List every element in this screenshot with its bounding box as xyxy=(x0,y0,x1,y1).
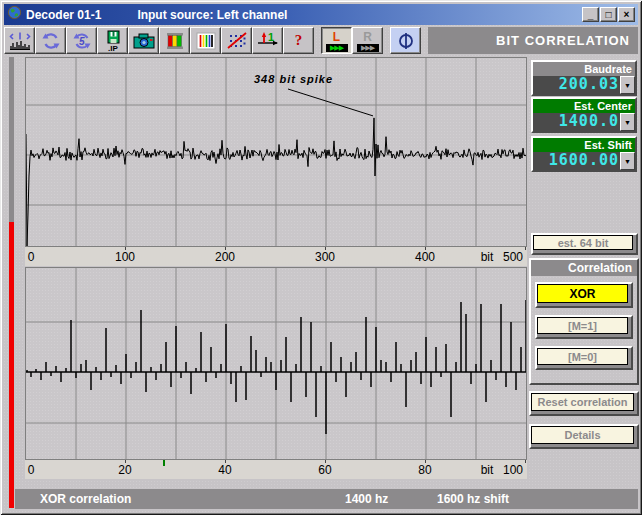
axis-tick-label: 100 xyxy=(115,250,135,264)
axis-tick-label: 20 xyxy=(118,463,131,477)
color-lines-icon xyxy=(196,31,216,51)
m1-button[interactable]: [M=1] xyxy=(535,315,633,339)
spectrum-button[interactable] xyxy=(4,27,35,54)
est-shift-dropdown-button[interactable]: ▼ xyxy=(620,152,635,170)
grid-cross-icon xyxy=(227,31,247,51)
input-source-label: Input source: Left channel xyxy=(137,8,287,22)
phase-button[interactable] xyxy=(390,27,421,54)
save-ip-icon: .IP xyxy=(103,30,123,52)
details-button[interactable]: Details xyxy=(529,424,639,449)
axis-tick-label: 80 xyxy=(418,463,431,477)
correlation-label: Correlation xyxy=(531,260,637,276)
app-globe-icon xyxy=(7,5,22,24)
right-channel-button[interactable]: R ▶▶▶ xyxy=(352,27,383,54)
help-icon: ? xyxy=(295,32,303,49)
close-icon: × xyxy=(624,10,630,20)
axis-tick-label: 200 xyxy=(215,250,235,264)
window-title: Decoder 01-1 xyxy=(26,8,101,22)
svg-text:5: 5 xyxy=(79,36,85,47)
bit-signal-x-axis: 0100200300400500bit xyxy=(25,247,527,266)
refresh-5-button[interactable]: 5 xyxy=(66,27,97,54)
baudrate-value: 200.03 xyxy=(533,76,620,94)
color-bars-icon xyxy=(165,31,185,51)
spike-annotation: 348 bit spike xyxy=(254,73,333,85)
left-channel-icon: L ▶▶▶ xyxy=(326,30,348,52)
axis-tick-mark xyxy=(525,460,526,463)
chevron-down-icon: ▼ xyxy=(624,158,631,165)
m0-button[interactable]: [M=0] xyxy=(535,346,633,370)
correlation-x-axis: 020406080100bit xyxy=(25,460,527,479)
close-button[interactable]: × xyxy=(618,7,635,22)
svg-text:1: 1 xyxy=(268,31,274,43)
status-mode: XOR correlation xyxy=(40,492,131,506)
status-bar: XOR correlation 1400 hz 1600 hz shift xyxy=(15,489,638,509)
axis-unit-label: bit xyxy=(481,250,494,264)
baudrate-group: Baudrate 200.03 ▼ xyxy=(531,60,637,96)
help-button[interactable]: ? xyxy=(283,27,314,54)
est-64bit-button[interactable]: est. 64 bit xyxy=(531,233,638,255)
camera-button[interactable] xyxy=(128,27,159,54)
correlation-group: Correlation XOR [M=1] [M=0] xyxy=(529,258,639,385)
grid-cross-button[interactable] xyxy=(221,27,252,54)
axis-tick-label: 0 xyxy=(28,250,35,264)
axis-unit-label: bit xyxy=(481,463,494,477)
est-center-group: Est. Center 1400.0 ▼ xyxy=(531,97,637,133)
axis-tick-label: 100 xyxy=(503,463,523,477)
axis-tick-label: 400 xyxy=(415,250,435,264)
level-indicator-top xyxy=(9,57,14,222)
sync-marker xyxy=(163,460,165,466)
maximize-icon: □ xyxy=(605,10,611,20)
axis-tick-label: 300 xyxy=(315,250,335,264)
decoder-window: Decoder 01-1 Input source: Left channel … xyxy=(0,0,642,515)
est-center-dropdown-button[interactable]: ▼ xyxy=(620,113,635,131)
bit-signal-chart[interactable]: 348 bit spike xyxy=(25,57,527,247)
status-center-freq: 1400 hz xyxy=(345,492,388,506)
est-shift-label: Est. Shift xyxy=(533,138,635,152)
camera-icon xyxy=(133,32,155,50)
phase-icon xyxy=(396,31,416,51)
refresh-5-icon: 5 xyxy=(72,31,92,51)
left-channel-button[interactable]: L ▶▶▶ xyxy=(321,27,352,54)
axis-tick-label: 40 xyxy=(218,463,231,477)
title-bar[interactable]: Decoder 01-1 Input source: Left channel … xyxy=(4,4,638,25)
chevron-down-icon: ▼ xyxy=(624,119,631,126)
axis-button[interactable]: 1 xyxy=(252,27,283,54)
svg-text:.IP: .IP xyxy=(108,44,118,52)
chevron-down-icon: ▼ xyxy=(624,82,631,89)
save-ip-button[interactable]: .IP xyxy=(97,27,128,54)
view-header-label: BIT CORRELATION xyxy=(496,33,630,48)
reset-correlation-button[interactable]: Reset correlation xyxy=(529,391,639,416)
minimize-button[interactable]: _ xyxy=(582,7,599,22)
est-shift-group: Est. Shift 1600.00 ▼ xyxy=(531,136,637,172)
axis-tick-label: 0 xyxy=(28,463,35,477)
axis-tick-mark xyxy=(525,247,526,250)
baudrate-label: Baudrate xyxy=(533,62,635,76)
axis-tick-label: 60 xyxy=(318,463,331,477)
status-shift-freq: 1600 hz shift xyxy=(437,492,509,506)
color-lines-button[interactable] xyxy=(190,27,221,54)
axis-tick-label: 500 xyxy=(503,250,523,264)
est-center-label: Est. Center xyxy=(533,99,635,113)
refresh-button[interactable] xyxy=(35,27,66,54)
toolbar: 5 .IP xyxy=(4,26,638,55)
view-header: BIT CORRELATION xyxy=(428,27,638,54)
maximize-button[interactable]: □ xyxy=(600,7,617,22)
color-bars-button[interactable] xyxy=(159,27,190,54)
baudrate-dropdown-button[interactable]: ▼ xyxy=(620,76,635,94)
refresh-icon xyxy=(41,31,61,51)
right-channel-icon: R ▶▶▶ xyxy=(357,30,379,52)
est-center-value: 1400.0 xyxy=(533,113,620,131)
correlation-chart[interactable] xyxy=(25,267,527,460)
xor-button[interactable]: XOR xyxy=(535,282,633,308)
spectrum-icon xyxy=(9,31,31,51)
axis-icon: 1 xyxy=(257,31,279,51)
est-shift-value: 1600.00 xyxy=(533,152,620,170)
level-indicator-red xyxy=(9,222,14,508)
minimize-icon: _ xyxy=(588,10,594,20)
